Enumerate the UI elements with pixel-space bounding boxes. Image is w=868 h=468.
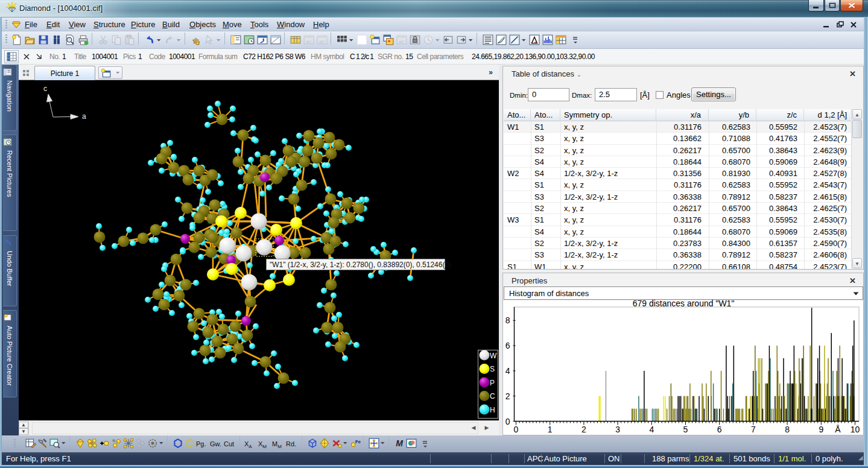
svg-text:a: a [82, 112, 86, 121]
svg-text:Fe: Fe [355, 439, 361, 444]
svg-text:6: 6 [505, 341, 510, 350]
svg-text:4: 4 [649, 425, 654, 434]
svg-text:2: 2 [505, 391, 510, 401]
svg-text:10: 10 [851, 425, 860, 434]
svg-text:S: S [490, 365, 495, 373]
svg-text:8: 8 [505, 315, 510, 325]
svg-text:0: 0 [514, 425, 519, 434]
svg-text:679 distances around "W1": 679 distances around "W1" [633, 299, 735, 308]
svg-text:8: 8 [785, 425, 790, 434]
svg-text:4: 4 [505, 366, 510, 376]
svg-text:P: P [490, 379, 495, 387]
svg-text:W: W [490, 352, 497, 360]
svg-text:5: 5 [683, 425, 688, 434]
svg-text:3: 3 [615, 425, 620, 434]
svg-text:9: 9 [819, 425, 823, 434]
svg-text:Å: Å [835, 425, 841, 434]
svg-text:H: H [490, 406, 495, 414]
svg-text:C: C [490, 392, 495, 400]
svg-text:6: 6 [717, 425, 722, 434]
svg-text:c: c [43, 84, 47, 93]
svg-text:1: 1 [548, 425, 553, 434]
svg-text:2: 2 [581, 425, 586, 434]
svg-text:0: 0 [505, 417, 510, 426]
svg-text:7: 7 [751, 425, 756, 434]
